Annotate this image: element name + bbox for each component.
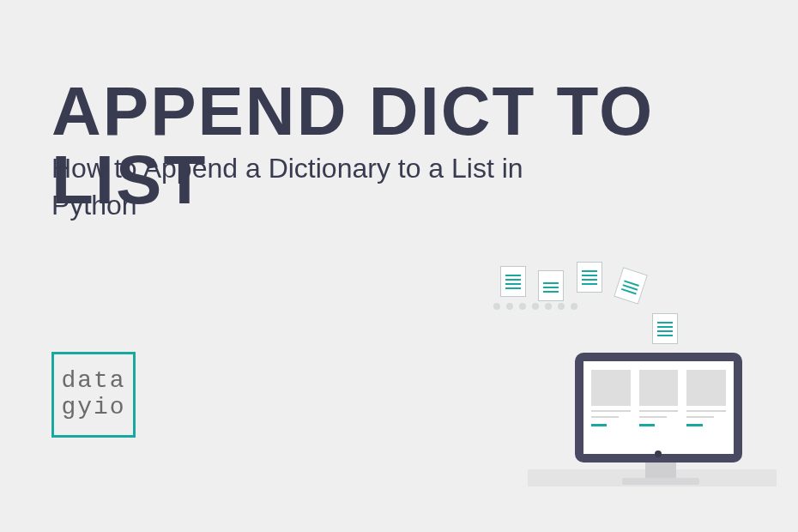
monitor-screen [583,361,734,454]
illustration [476,262,751,485]
document-icon [577,262,602,293]
monitor-base [622,478,699,485]
document-icon [652,313,678,344]
content-card [686,370,726,445]
content-card [591,370,631,445]
monitor-button [655,450,662,457]
brand-logo: data gyio [51,352,136,438]
document-icon [500,266,526,297]
document-icon [614,267,648,305]
logo-line-1: data [61,368,125,395]
document-icon [538,270,564,301]
monitor-frame [575,353,742,462]
monitor-icon [575,353,747,485]
logo-line-2: gyio [61,395,125,421]
pagination-dots [493,303,577,310]
content-card [639,370,679,445]
page-subtitle: How to Append a Dictionary to a List in … [51,150,566,224]
monitor-neck [645,462,676,478]
